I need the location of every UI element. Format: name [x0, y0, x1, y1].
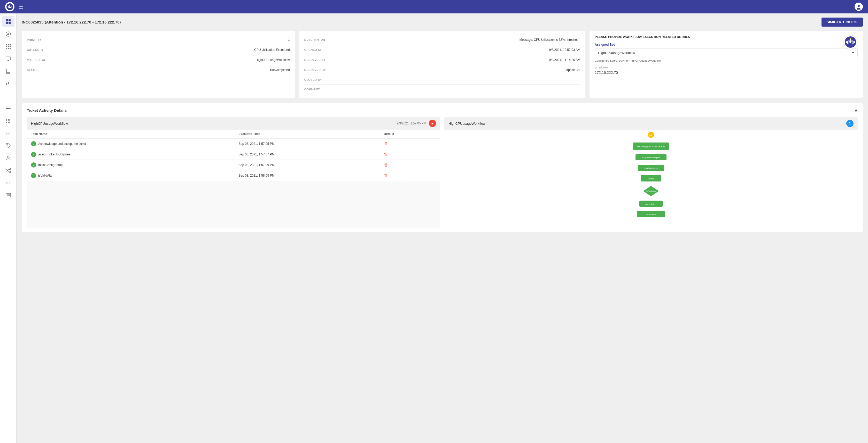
- right-panel-title: HighCPUusageWorkflow: [448, 122, 486, 126]
- task-detail-icon[interactable]: 🗑: [384, 173, 388, 178]
- priority-card: PRIORITY 1 CATEGORY CPU Utilization Exce…: [22, 31, 295, 98]
- description-value: Message: CPU Utilization is 62%, thresho…: [520, 38, 580, 41]
- task-detail-icon[interactable]: 🗑: [384, 152, 388, 157]
- svg-line-37: [6, 82, 10, 85]
- sidebar-item-tools2[interactable]: [2, 90, 14, 102]
- svg-point-35: [8, 73, 8, 74]
- task-time-cell: Sep 03, 2021, 1:57:09 PM: [234, 160, 380, 170]
- sidebar-item-grid[interactable]: [2, 41, 14, 52]
- top-nav: ☰: [0, 0, 868, 13]
- svg-point-48: [9, 120, 10, 121]
- right-activity-panel: HighCPUusageWorkflow ↻ Start Acknowledge…: [444, 117, 858, 228]
- svg-text:InitialConfigSetup: InitialConfigSetup: [644, 167, 658, 169]
- opened-at-row: OPENED AT 9/3/2021, 10:57:03 AM: [304, 45, 581, 55]
- svg-line-58: [7, 171, 9, 172]
- task-detail-cell[interactable]: 🗑: [380, 139, 440, 149]
- col-task-name: Task Name: [27, 130, 234, 139]
- sidebar-item-connect[interactable]: [2, 165, 14, 176]
- bot-logo: [5, 2, 14, 11]
- sidebar-item-apps[interactable]: [2, 115, 14, 127]
- sidebar-item-wrench[interactable]: [2, 177, 14, 189]
- sidebar-item-list[interactable]: [2, 103, 14, 114]
- svg-point-54: [6, 170, 7, 171]
- category-label: CATEGORY: [27, 48, 44, 52]
- status-row: STATUS BotCompleted: [27, 65, 290, 75]
- sidebar-item-barcode[interactable]: [2, 190, 14, 201]
- assigned-bot-label: Assigned Bot: [595, 43, 858, 46]
- task-detail-cell[interactable]: 🗑: [380, 149, 440, 160]
- svg-point-45: [9, 119, 10, 120]
- task-name-cell: ✓ isValidAlarm: [27, 170, 234, 181]
- mapped-bot-label: MAPPED BOT: [27, 58, 47, 62]
- resolved-by-row: RESOLVED BY Botprise Bot: [304, 65, 581, 75]
- workflow-bot-select[interactable]: HighCPUusageWorkflow: [595, 48, 858, 57]
- svg-rect-71: [850, 38, 851, 40]
- sidebar-item-monitor[interactable]: [2, 53, 14, 65]
- svg-rect-13: [8, 20, 10, 22]
- left-panel-header: HighCPUusageWorkflow 9/3/2021, 1:57:05 P…: [27, 117, 440, 130]
- left-panel-stop-icon[interactable]: ■: [429, 120, 436, 127]
- collapse-icon[interactable]: ∧: [854, 107, 858, 113]
- task-detail-icon[interactable]: 🗑: [384, 163, 388, 167]
- left-activity-panel: HighCPUusageWorkflow 9/3/2021, 1:57:05 P…: [27, 117, 440, 228]
- svg-point-53: [7, 156, 9, 158]
- sidebar-item-device[interactable]: [2, 66, 14, 77]
- table-row: ✓ Acknowledge and accept the ticket Sep …: [27, 139, 440, 149]
- sidebar-item-tag[interactable]: [2, 140, 14, 151]
- closed-by-label: CLOSED BY: [304, 78, 322, 81]
- svg-line-36: [6, 81, 10, 83]
- description-label: DESCRIPTION: [304, 38, 325, 41]
- svg-rect-26: [9, 46, 11, 47]
- workflow-card-title: PLEASE PROVIDE WORKFLOW EXECUTION RELATE…: [595, 35, 858, 39]
- task-name-text: InitialConfigSetup: [38, 163, 63, 167]
- right-panel-refresh-icon[interactable]: ↻: [846, 120, 854, 127]
- category-row: CATEGORY CPU Utilization Exceeded: [27, 45, 290, 55]
- svg-rect-73: [846, 41, 847, 43]
- table-row: ✓ assignTicketToBotprise Sep 03, 2021, 1…: [27, 149, 440, 160]
- svg-point-69: [848, 41, 850, 43]
- svg-point-4: [10, 6, 11, 7]
- hamburger-menu[interactable]: ☰: [19, 4, 23, 10]
- svg-rect-12: [6, 20, 8, 22]
- confidence-score: Confidence Score: 90% for HighCPUusageWo…: [595, 59, 858, 62]
- description-card: DESCRIPTION Message: CPU Utilization is …: [299, 31, 586, 98]
- svg-point-46: [6, 120, 7, 121]
- task-name-text: Acknowledge and accept the ticket: [38, 142, 86, 146]
- table-row: ✓ InitialConfigSetup Sep 03, 2021, 1:57:…: [27, 160, 440, 170]
- activity-grid: HighCPUusageWorkflow 9/3/2021, 1:57:05 P…: [27, 117, 858, 228]
- svg-point-50: [8, 122, 9, 123]
- svg-point-49: [6, 122, 7, 123]
- svg-rect-61: [6, 193, 10, 197]
- svg-rect-40: [6, 107, 10, 107]
- svg-rect-24: [6, 46, 7, 47]
- svg-text:Validate: Validate: [648, 178, 654, 180]
- category-value: CPU Utilization Exceeded: [254, 48, 289, 52]
- activity-title: Ticket Activity Details: [27, 108, 67, 112]
- sidebar-item-bot[interactable]: [2, 28, 14, 40]
- task-detail-icon[interactable]: 🗑: [384, 141, 388, 146]
- task-check-icon: ✓: [31, 152, 36, 157]
- workflow-diagram-svg: Start Acknowledge and accept the ticket …: [625, 130, 677, 228]
- sidebar-item-tools1[interactable]: [2, 78, 14, 89]
- svg-point-47: [8, 120, 9, 121]
- user-avatar[interactable]: [855, 3, 863, 11]
- task-detail-cell[interactable]: 🗑: [380, 170, 440, 181]
- similar-tickets-button[interactable]: SIMILAR TICKETS: [822, 18, 863, 27]
- task-time-cell: Sep 03, 2021, 1:58:05 PM: [234, 170, 380, 181]
- svg-point-19: [8, 34, 9, 34]
- resolved-at-value: 9/3/2021, 11:14:20 AM: [549, 58, 581, 62]
- svg-point-52: [7, 144, 7, 145]
- sidebar-item-user[interactable]: [2, 152, 14, 164]
- task-detail-cell[interactable]: 🗑: [380, 160, 440, 170]
- resolved-at-row: RESOLVED AT 9/3/2021, 11:14:20 AM: [304, 55, 581, 65]
- svg-point-44: [8, 119, 9, 120]
- sidebar-item-signal[interactable]: [2, 128, 14, 139]
- task-table: Task Name Executed Time Details ✓ Acknow…: [27, 130, 440, 181]
- resolved-at-label: RESOLVED AT: [304, 58, 326, 62]
- priority-label: PRIORITY: [27, 38, 41, 41]
- svg-point-43: [6, 119, 7, 120]
- sidebar-item-dashboard[interactable]: [2, 16, 14, 27]
- workflow-diagram: Start Acknowledge and accept the ticket …: [444, 130, 858, 228]
- svg-rect-14: [6, 22, 8, 24]
- svg-point-6: [9, 5, 10, 5]
